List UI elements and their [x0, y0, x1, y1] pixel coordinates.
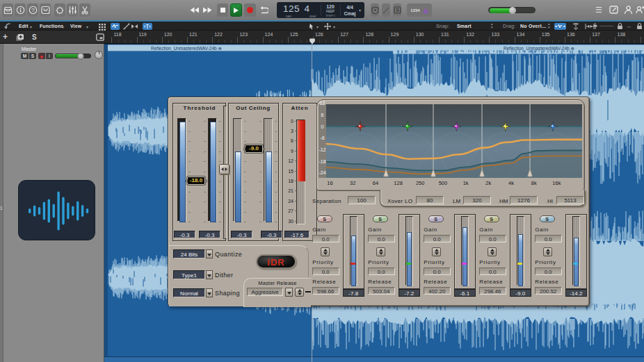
svg-text:Reflection_UnmasteredWAV-24b ⊕: Reflection_UnmasteredWAV-24b ⊕	[504, 46, 574, 51]
svg-text:8k: 8k	[531, 180, 537, 186]
svg-text:250: 250	[416, 180, 425, 186]
svg-text:500: 500	[439, 180, 448, 186]
svg-text:6: 6	[321, 113, 324, 117]
svg-text:12: 12	[320, 101, 325, 106]
svg-text:?: ?	[31, 7, 35, 13]
svg-text:Reflection_UnmasteredWAV-24b ⊕: Reflection_UnmasteredWAV-24b ⊕	[151, 46, 222, 51]
svg-text:1k: 1k	[463, 180, 469, 186]
svg-text:4k: 4k	[508, 180, 514, 186]
svg-text:16: 16	[327, 180, 332, 186]
svg-text:-6: -6	[320, 135, 324, 140]
svg-text:32: 32	[350, 180, 355, 186]
svg-text:-12: -12	[319, 147, 325, 152]
svg-text:128: 128	[394, 180, 403, 186]
svg-text:-24: -24	[319, 170, 325, 175]
svg-text:0: 0	[321, 124, 324, 129]
svg-text:S: S	[396, 8, 399, 13]
svg-text:64: 64	[373, 180, 378, 186]
svg-text:2k: 2k	[485, 180, 491, 186]
svg-text:16k: 16k	[552, 180, 561, 186]
svg-text:-18: -18	[319, 159, 325, 164]
